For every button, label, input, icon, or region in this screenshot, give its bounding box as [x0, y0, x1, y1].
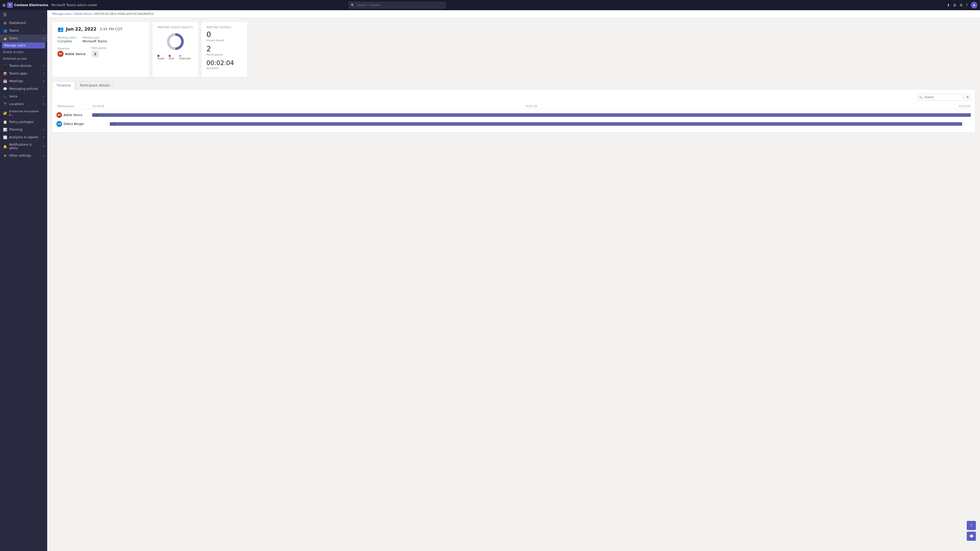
- legend-poor: Poor: [169, 54, 177, 60]
- floating-help-button[interactable]: ?: [967, 521, 976, 530]
- sidebar-item-planning[interactable]: 📊 Planning ▾: [0, 126, 47, 133]
- grid-icon[interactable]: ⊞: [3, 3, 6, 7]
- timeline-filter-button[interactable]: ⚙: [964, 94, 971, 100]
- sidebar-label-teams: Teams: [9, 29, 41, 32]
- participants-badge: 2: [92, 50, 99, 57]
- adele-timeline-bar[interactable]: 📞 🎥: [92, 113, 971, 117]
- sidebar-item-analytics[interactable]: 📈 Analytics & reports ▾: [0, 133, 47, 141]
- sidebar-item-guest-access[interactable]: Guest access: [0, 49, 47, 56]
- sidebar-item-notifications[interactable]: 🔔 Notifications & alerts ▾: [0, 141, 47, 152]
- tab-participant-details[interactable]: Participant details: [76, 81, 114, 90]
- meeting-status-label: Meeting status: [57, 36, 76, 39]
- download-icon[interactable]: ⬇: [947, 3, 950, 7]
- legend-unknown: Unknown: [179, 54, 193, 60]
- hamburger-button[interactable]: ☰: [0, 10, 47, 19]
- sidebar-label-analytics: Analytics & reports: [9, 135, 41, 139]
- global-search[interactable]: 🔍: [349, 2, 446, 8]
- search-input[interactable]: [349, 2, 446, 8]
- good-label: Good: [158, 57, 164, 60]
- locations-icon: 📍: [3, 102, 7, 106]
- external-access-label: External access: [3, 57, 27, 60]
- meeting-icon: 👥: [57, 26, 64, 32]
- sidebar-item-encryption[interactable]: 🔐 Enhanced encryption p...: [0, 108, 47, 118]
- sidebar-label-dashboard: Dashboard: [9, 21, 44, 25]
- floating-buttons: ? 💬: [967, 521, 976, 541]
- donut-chart: [165, 32, 186, 52]
- poor-label: Poor: [169, 57, 174, 60]
- breadcrumb-separator2: \: [93, 12, 95, 16]
- topbar-actions: ⬇ 🖥 ⚙ ? A: [947, 2, 977, 8]
- policy-icon: 📋: [3, 120, 7, 124]
- breadcrumb-adele-vance[interactable]: Adele Vance: [75, 12, 92, 16]
- sidebar-item-teams-apps[interactable]: 📦 Teams apps ▾: [0, 70, 47, 77]
- time-marker-2: 00:02:04: [959, 105, 970, 108]
- window-icon[interactable]: 🖥: [953, 3, 956, 7]
- messaging-icon: 💬: [3, 87, 7, 91]
- participants-col-header: Participants: [56, 105, 92, 108]
- teams-apps-icon: 📦: [3, 71, 7, 76]
- participants-col: Participants 2: [92, 47, 107, 57]
- tab-timeline[interactable]: Timeline: [52, 81, 75, 90]
- user-avatar[interactable]: A: [971, 2, 977, 8]
- teams-logo-icon: T: [7, 2, 13, 8]
- sidebar-label-encryption: Enhanced encryption p...: [9, 110, 44, 116]
- chevron-down-icon: ▾: [43, 29, 44, 32]
- chevron-down-icon: ▾: [43, 136, 44, 138]
- breadcrumb-separator: \: [73, 12, 75, 16]
- organizer-label: Organizer: [57, 47, 86, 50]
- donut-svg: [165, 32, 186, 52]
- sidebar-item-dashboard[interactable]: ⊞ Dashboard: [0, 19, 47, 27]
- participants-detail-label: Participants: [207, 53, 242, 56]
- timeline-section: 🔍 ⚙ Participants 00:00:00 00:01:00 00:02…: [52, 90, 975, 132]
- chevron-down-icon: ▾: [43, 103, 44, 105]
- sidebar-item-meetings[interactable]: 📅 Meetings ▾: [0, 77, 47, 85]
- floating-chat-button[interactable]: 💬: [967, 532, 976, 541]
- logo-area: ⊞ T Contoso Electronics Microsoft Teams …: [3, 2, 97, 8]
- organizer-info: AV Adele Vance: [57, 51, 86, 57]
- sidebar-item-teams[interactable]: 👥 Teams ▾: [0, 27, 47, 35]
- sidebar-item-users[interactable]: 🧑 Users ▴: [0, 35, 47, 42]
- meeting-details-card: MEETING DETAILS 0 Issues found 2 Partici…: [201, 22, 247, 77]
- debra-name: Debra Berger: [64, 122, 84, 126]
- main-layout: ☰ ⊞ Dashboard 👥 Teams ▾ 🧑 Users ▴ Manage…: [0, 10, 980, 551]
- participants-label: Participants: [92, 47, 107, 49]
- help-icon[interactable]: ?: [966, 3, 968, 7]
- chevron-down-icon: ▾: [43, 145, 44, 148]
- sidebar-label-teams-devices: Teams devices: [9, 64, 41, 68]
- sidebar-item-other[interactable]: ⚙ Other settings ▾: [0, 152, 47, 159]
- meeting-details-title: MEETING DETAILS: [207, 26, 242, 29]
- tabs-bar: Timeline Participant details: [52, 81, 975, 90]
- sidebar-item-locations[interactable]: 📍 Locations ▾: [0, 100, 47, 108]
- good-dot: [158, 55, 159, 57]
- manage-users-label: Manage users: [4, 44, 25, 47]
- sidebar-label-other: Other settings: [9, 154, 41, 157]
- company-name: Contoso Electronics: [14, 3, 48, 7]
- meeting-meta: Meeting status Complete Meeting type Mic…: [57, 36, 144, 43]
- voice-icon: 📞: [3, 94, 7, 98]
- timeline-header: Participants 00:00:00 00:01:00 00:02:04: [56, 103, 971, 109]
- sidebar-item-manage-users[interactable]: Manage users: [2, 42, 45, 48]
- duration-label: Duration: [207, 67, 242, 70]
- page-body: 👥 Jun 22, 2022 3:45 PM CDT Meeting statu…: [47, 18, 980, 137]
- breadcrumb-manage-users[interactable]: Manage users: [52, 12, 72, 16]
- sidebar-label-planning: Planning: [9, 128, 41, 131]
- sidebar-item-teams-devices[interactable]: 📱 Teams devices ▾: [0, 62, 47, 70]
- duration-value: 00:02:04: [207, 59, 242, 67]
- issues-label: Issues found: [207, 39, 242, 42]
- sidebar-item-messaging[interactable]: 💬 Messaging policies: [0, 85, 47, 93]
- sidebar-item-external-access[interactable]: External access: [0, 56, 47, 62]
- debra-timeline-bar[interactable]: 📞 🎥: [110, 122, 962, 126]
- timeline-search[interactable]: 🔍: [917, 94, 963, 100]
- sidebar: ☰ ⊞ Dashboard 👥 Teams ▾ 🧑 Users ▴ Manage…: [0, 10, 47, 551]
- dashboard-icon: ⊞: [3, 21, 7, 25]
- main-content: Manage users \ Adele Vance \ 05578c42-08…: [47, 10, 980, 551]
- settings-icon[interactable]: ⚙: [959, 3, 963, 7]
- notifications-icon: 🔔: [3, 144, 7, 148]
- meeting-type-col: Meeting type Microsoft Teams: [83, 36, 107, 43]
- issues-count: 0: [207, 31, 242, 39]
- timeline-search-input[interactable]: [917, 94, 963, 100]
- sidebar-item-voice[interactable]: 📞 Voice ▾: [0, 93, 47, 100]
- timeline-row-adele: AV Adele Vance 📞 🎥: [56, 111, 971, 120]
- sidebar-item-policy[interactable]: 📋 Policy packages: [0, 118, 47, 126]
- poor-dot: [169, 55, 171, 57]
